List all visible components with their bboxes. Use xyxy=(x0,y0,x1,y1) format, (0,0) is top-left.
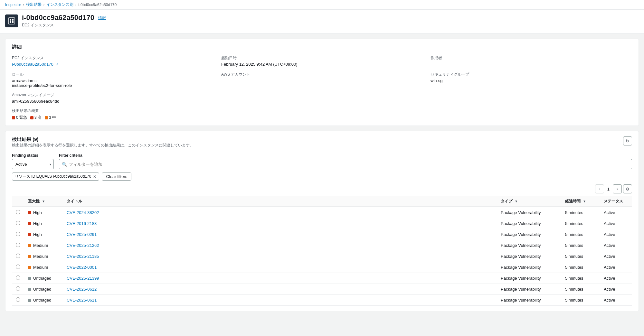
cve-link-0[interactable]: CVE-2024-38202 xyxy=(67,210,99,215)
table-row[interactable]: Untriaged CVE-2025-21399 Package Vulnera… xyxy=(12,273,632,284)
table-row[interactable]: Medium CVE-2025-21185 Package Vulnerabil… xyxy=(12,251,632,262)
security-group-label: セキュリティグループ xyxy=(431,72,632,77)
cve-link-3[interactable]: CVE-2025-21262 xyxy=(67,243,99,248)
breadcrumb-inspector[interactable]: Inspector xyxy=(5,3,21,7)
detail-role: ロール arn:aws:iam:: instance-profile/ec2-f… xyxy=(12,72,213,88)
pagination-next-button[interactable]: › xyxy=(613,184,622,193)
row-radio-5[interactable] xyxy=(16,265,20,269)
row-radio-7[interactable] xyxy=(16,286,20,291)
cve-link-4[interactable]: CVE-2025-21185 xyxy=(67,254,99,259)
security-group-value: win-sg xyxy=(431,78,632,83)
cve-link-5[interactable]: CVE-2022-0001 xyxy=(67,265,97,270)
pagination-prev-button[interactable]: ‹ xyxy=(595,184,604,193)
svg-rect-0 xyxy=(8,18,15,24)
table-row[interactable]: Medium CVE-2022-0001 Package Vulnerabili… xyxy=(12,262,632,273)
row-status-8: Active xyxy=(600,295,632,306)
detail-launch-time: 起動日時 February 12, 2025 9:42 AM (UTC+09:0… xyxy=(221,55,423,67)
elapsed-sort-icon[interactable]: ▼ xyxy=(583,200,586,203)
row-severity-2: High xyxy=(24,229,63,240)
ec2-instance-link[interactable]: i-0bd0cc9a62a50d170 xyxy=(12,62,53,67)
table-row[interactable]: High CVE-2016-2183 Package Vulnerability… xyxy=(12,218,632,229)
sev-square-0 xyxy=(28,211,31,214)
pagination-current-page: 1 xyxy=(605,187,611,191)
row-elapsed-5: 5 minutes xyxy=(561,262,600,273)
row-radio-2[interactable] xyxy=(16,232,20,236)
pagination-settings-button[interactable]: ⚙ xyxy=(623,184,632,193)
row-radio-8[interactable] xyxy=(16,297,20,302)
row-radio-6[interactable] xyxy=(16,275,20,280)
row-type-4: Package Vulnerability xyxy=(497,251,561,262)
sev-label-0: High xyxy=(33,210,42,215)
launch-time-label: 起動日時 xyxy=(221,55,423,61)
findings-table: 重大性 ▼ タイトル タイプ ▼ 経過時間 ▼ ステータス xyxy=(12,196,632,306)
detail-aws-account: AWS アカウント xyxy=(221,72,423,88)
filter-criteria-label: Filter criteria xyxy=(59,153,632,158)
filter-tag-remove[interactable]: ✕ xyxy=(93,175,96,179)
sev-square-5 xyxy=(28,266,31,269)
svg-rect-4 xyxy=(12,21,14,23)
search-icon: 🔍 xyxy=(62,162,67,167)
severity-summary-label: 検出結果の概要 xyxy=(12,108,632,114)
detail-security-group: セキュリティグループ win-sg xyxy=(431,72,632,88)
role-suffix: instance-profile/ec2-for-ssm-role xyxy=(12,83,72,88)
breadcrumb-findings[interactable]: 検出結果 xyxy=(26,2,42,7)
cve-link-6[interactable]: CVE-2025-21399 xyxy=(67,276,99,281)
sev-label-8: Untriaged xyxy=(33,298,51,303)
table-row[interactable]: Medium CVE-2025-21262 Package Vulnerabil… xyxy=(12,240,632,251)
type-sort-icon[interactable]: ▼ xyxy=(515,200,518,203)
row-elapsed-8: 5 minutes xyxy=(561,295,600,306)
clear-filters-button[interactable]: Clear filters xyxy=(102,173,131,181)
th-title: タイトル xyxy=(63,196,497,207)
breadcrumb-current: i-0bd0cc9a62a50d170 xyxy=(78,3,117,7)
row-severity-1: High xyxy=(24,218,63,229)
filter-tag-text: リソース ID EQUALS i-0bd0cc9a62a50d170 xyxy=(15,174,91,179)
sev-square-7 xyxy=(28,288,31,291)
row-title-1: CVE-2016-2183 xyxy=(63,218,497,229)
active-filter-tag: リソース ID EQUALS i-0bd0cc9a62a50d170 ✕ xyxy=(12,173,99,181)
detail-card: 詳細 EC2 インスタンス i-0bd0cc9a62a50d170 ↗ 起動日時… xyxy=(5,39,639,126)
cve-link-7[interactable]: CVE-2025-0612 xyxy=(67,287,97,292)
page-info-link[interactable]: 情報 xyxy=(98,15,106,21)
row-status-7: Active xyxy=(600,284,632,295)
findings-table-body: High CVE-2024-38202 Package Vulnerabilit… xyxy=(12,207,632,306)
table-row[interactable]: Untriaged CVE-2025-0612 Package Vulnerab… xyxy=(12,284,632,295)
refresh-button[interactable]: ↻ xyxy=(623,136,632,145)
row-elapsed-4: 5 minutes xyxy=(561,251,600,262)
filter-status-label: Finding status xyxy=(12,153,54,158)
cve-link-1[interactable]: CVE-2016-2183 xyxy=(67,221,97,226)
row-type-2: Package Vulnerability xyxy=(497,229,561,240)
row-radio-0[interactable] xyxy=(16,210,20,214)
filter-row: Finding status Active Suppressed Closed … xyxy=(12,153,632,169)
row-radio-cell xyxy=(12,251,24,262)
row-radio-1[interactable] xyxy=(16,221,20,225)
cve-link-8[interactable]: CVE-2025-0611 xyxy=(67,298,97,303)
breadcrumb-instance-by[interactable]: インスタンス別 xyxy=(46,2,73,7)
detail-creator: 作成者 xyxy=(431,55,632,67)
row-status-4: Active xyxy=(600,251,632,262)
severity-sort-icon[interactable]: ▼ xyxy=(42,200,45,203)
table-row[interactable]: Untriaged CVE-2025-0611 Package Vulnerab… xyxy=(12,295,632,306)
row-title-6: CVE-2025-21399 xyxy=(63,273,497,284)
row-title-0: CVE-2024-38202 xyxy=(63,207,497,218)
row-severity-3: Medium xyxy=(24,240,63,251)
cve-link-2[interactable]: CVE-2025-0291 xyxy=(67,232,97,237)
page-header-text: i-0bd0cc9a62a50d170 情報 EC2 インスタンス xyxy=(22,14,106,28)
row-radio-cell xyxy=(12,240,24,251)
filter-status-group: Finding status Active Suppressed Closed … xyxy=(12,153,54,169)
th-status: ステータス xyxy=(600,196,632,207)
row-type-8: Package Vulnerability xyxy=(497,295,561,306)
table-row[interactable]: High CVE-2025-0291 Package Vulnerability… xyxy=(12,229,632,240)
filter-status-select[interactable]: Active Suppressed Closed All xyxy=(12,159,54,169)
row-radio-3[interactable] xyxy=(16,243,20,247)
filter-criteria-group: Filter criteria 🔍 xyxy=(59,153,632,169)
filter-search-input[interactable] xyxy=(59,159,632,169)
row-radio-4[interactable] xyxy=(16,254,20,258)
breadcrumb-sep-2: › xyxy=(43,3,44,6)
row-status-3: Active xyxy=(600,240,632,251)
filter-search-wrapper: 🔍 xyxy=(59,159,632,169)
row-severity-5: Medium xyxy=(24,262,63,273)
sev-critical-dot xyxy=(12,116,15,119)
table-row[interactable]: High CVE-2024-38202 Package Vulnerabilit… xyxy=(12,207,632,218)
row-radio-cell xyxy=(12,284,24,295)
role-value: arn:aws:iam:: instance-profile/ec2-for-s… xyxy=(12,78,213,88)
